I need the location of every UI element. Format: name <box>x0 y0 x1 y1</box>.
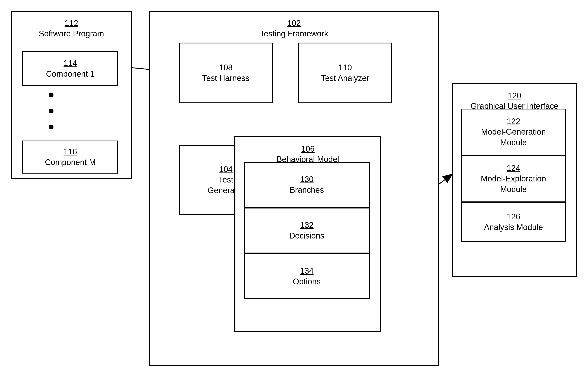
options-number: 134 <box>300 266 313 276</box>
options-label: Options <box>293 276 321 287</box>
test-analyzer-label: Test Analyzer <box>321 73 369 83</box>
gui-number: 120 <box>508 91 521 101</box>
model-exp-label: Model-Exploration Module <box>481 173 546 195</box>
test-harness-number: 108 <box>219 62 232 73</box>
test-harness-label: Test Harness <box>202 73 250 83</box>
diagram: 112 Software Program 114 Component 1 116… <box>0 0 588 388</box>
test-harness-box: 108 Test Harness <box>179 43 273 103</box>
testing-framework-number: 102 <box>287 18 301 28</box>
branches-number: 130 <box>300 174 313 185</box>
dot2 <box>49 109 53 113</box>
behavioral-model-number: 106 <box>301 144 314 154</box>
branches-box: 130 Branches <box>244 162 370 208</box>
model-exp-box: 124 Model-Exploration Module <box>461 155 566 202</box>
analysis-label: Analysis Module <box>484 222 543 233</box>
software-program-number: 112 <box>65 18 78 28</box>
decisions-number: 132 <box>300 220 313 230</box>
test-analyzer-number: 110 <box>338 62 352 73</box>
software-program-label: Software Program <box>39 28 104 39</box>
component1-label: Component 1 <box>46 69 95 79</box>
options-box: 134 Options <box>244 253 370 299</box>
model-exp-number: 124 <box>507 163 520 173</box>
branches-label: Branches <box>290 185 324 195</box>
model-gen-box: 122 Model-Generation Module <box>461 109 566 155</box>
testing-framework-label: Testing Framework <box>260 28 328 39</box>
componentM-box: 116 Component M <box>22 141 118 173</box>
decisions-label: Decisions <box>289 231 325 241</box>
test-generator-number: 104 <box>219 164 232 175</box>
model-gen-number: 122 <box>507 116 520 127</box>
component1-number: 114 <box>63 58 77 69</box>
componentM-label: Component M <box>45 157 96 168</box>
analysis-number: 126 <box>507 212 520 222</box>
componentM-number: 116 <box>63 146 77 157</box>
test-analyzer-box: 110 Test Analyzer <box>298 43 392 103</box>
component1-box: 114 Component 1 <box>22 51 118 86</box>
analysis-box: 126 Analysis Module <box>461 202 566 242</box>
model-gen-label: Model-Generation Module <box>481 127 546 148</box>
dot3 <box>49 124 53 129</box>
dot1 <box>49 93 53 97</box>
decisions-box: 132 Decisions <box>244 208 370 253</box>
